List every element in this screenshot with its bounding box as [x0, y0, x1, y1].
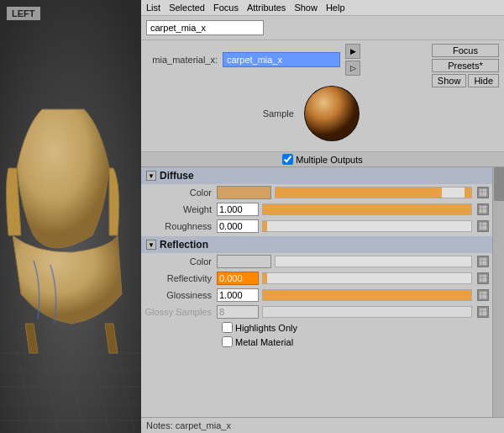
glossiness-row: Glossiness [141, 287, 492, 304]
reflection-color-map-icon[interactable] [477, 256, 489, 267]
diffuse-roughness-row: Roughness [141, 218, 492, 235]
hide-button[interactable]: Hide [468, 74, 499, 87]
svg-rect-31 [479, 308, 487, 316]
glossy-samples-label: Glossy Samples [141, 307, 217, 317]
glossy-samples-slider[interactable] [262, 306, 472, 318]
diffuse-weight-slider[interactable] [262, 203, 472, 215]
metal-material-label[interactable]: Metal Material [222, 336, 293, 347]
reflectivity-label: Reflectivity [141, 273, 217, 283]
diffuse-roughness-label: Roughness [141, 221, 217, 231]
reflectivity-slider[interactable] [262, 272, 472, 284]
diffuse-color-row: Color [141, 184, 492, 201]
diffuse-color-slider[interactable] [275, 187, 472, 198]
material-node-input[interactable] [223, 52, 340, 67]
diffuse-color-label: Color [141, 187, 217, 198]
menu-list[interactable]: List [146, 3, 160, 13]
scrollbar-thumb[interactable] [494, 167, 504, 201]
multiple-outputs-checkbox[interactable] [282, 154, 293, 165]
menu-focus[interactable]: Focus [213, 3, 239, 13]
reflectivity-input[interactable] [217, 272, 259, 285]
reflection-collapse-arrow[interactable]: ▼ [146, 240, 156, 250]
svg-rect-25 [479, 274, 487, 283]
metal-material-checkbox[interactable] [222, 336, 233, 347]
highlights-only-label[interactable]: Highlights Only [222, 322, 297, 333]
menu-show[interactable]: Show [294, 3, 318, 13]
diffuse-collapse-arrow[interactable]: ▼ [146, 171, 156, 181]
name-bar [141, 16, 504, 40]
reflection-title: Reflection [160, 239, 208, 251]
material-header: mia_material_x: ▶ ▷ Sample [141, 40, 504, 151]
sample-area: Sample [146, 79, 425, 148]
metal-material-row: Metal Material [222, 335, 492, 349]
properties-area[interactable]: ▼ Diffuse Color Weight [141, 167, 504, 417]
scrollbar-track[interactable] [492, 167, 504, 417]
multiple-outputs-label[interactable]: Multiple Outputs [282, 154, 362, 165]
notes-bar: Notes: carpet_mia_x [141, 417, 504, 433]
3d-viewport: LEFT [0, 0, 141, 433]
svg-point-12 [305, 87, 359, 140]
glossiness-label: Glossiness [141, 290, 217, 300]
highlights-only-checkbox[interactable] [222, 322, 233, 333]
svg-rect-28 [479, 291, 487, 299]
metal-material-text: Metal Material [235, 337, 293, 347]
reflection-color-row: Color [141, 253, 492, 270]
reflection-color-swatch[interactable] [217, 255, 271, 268]
svg-rect-22 [479, 257, 487, 266]
diffuse-weight-map-icon[interactable] [477, 203, 489, 215]
glossy-samples-input[interactable] [217, 305, 259, 319]
multiple-outputs-text: Multiple Outputs [296, 155, 362, 165]
svg-rect-13 [479, 188, 487, 197]
connect-icon[interactable]: ▶ [345, 44, 360, 59]
notes-value: carpet_mia_x [176, 420, 231, 430]
sample-label: Sample [252, 108, 294, 119]
reflection-color-slider[interactable] [275, 256, 472, 267]
reflection-section: ▼ Reflection Color Reflectivity [141, 236, 504, 349]
glossy-samples-row: Glossy Samples [141, 304, 492, 320]
arrow-icon[interactable]: ▷ [345, 61, 360, 76]
menu-bar: List Selected Focus Attributes Show Help [141, 0, 504, 16]
action-buttons: Focus Presets* Show Hide [432, 44, 499, 87]
svg-rect-16 [479, 205, 487, 214]
glossiness-input[interactable] [217, 288, 259, 302]
focus-button[interactable]: Focus [432, 44, 499, 57]
reflection-header: ▼ Reflection [141, 236, 492, 253]
diffuse-section: ▼ Diffuse Color Weight [141, 167, 504, 235]
diffuse-title: Diffuse [160, 170, 194, 182]
notes-label: Notes: [146, 420, 173, 430]
menu-help[interactable]: Help [326, 3, 345, 13]
svg-rect-19 [479, 222, 487, 230]
material-name-field[interactable] [146, 20, 264, 35]
diffuse-header: ▼ Diffuse [141, 167, 492, 184]
diffuse-weight-row: Weight [141, 201, 492, 218]
diffuse-color-swatch[interactable] [217, 186, 271, 199]
diffuse-color-map-icon[interactable] [477, 187, 489, 198]
highlights-only-row: Highlights Only [222, 320, 492, 335]
menu-attributes[interactable]: Attributes [247, 3, 286, 13]
diffuse-roughness-input[interactable] [217, 219, 259, 233]
material-label-row: mia_material_x: ▶ ▷ [146, 44, 425, 76]
reflection-color-label: Color [141, 256, 217, 267]
right-panel: List Selected Focus Attributes Show Help… [141, 0, 504, 433]
material-sphere [302, 84, 361, 143]
glossiness-map-icon[interactable] [477, 289, 489, 301]
show-button[interactable]: Show [432, 74, 467, 87]
viewport-label: LEFT [7, 7, 40, 20]
diffuse-weight-input[interactable] [217, 203, 259, 216]
reflectivity-map-icon[interactable] [477, 272, 489, 284]
reflectivity-row: Reflectivity [141, 270, 492, 287]
diffuse-roughness-map-icon[interactable] [477, 220, 489, 232]
multiple-outputs-row: Multiple Outputs [141, 151, 504, 167]
material-type-label: mia_material_x: [146, 55, 218, 65]
diffuse-roughness-slider[interactable] [262, 220, 472, 232]
glossiness-slider[interactable] [262, 289, 472, 301]
highlights-only-text: Highlights Only [235, 323, 297, 333]
presets-button[interactable]: Presets* [432, 59, 499, 72]
menu-selected[interactable]: Selected [169, 3, 205, 13]
diffuse-weight-label: Weight [141, 204, 217, 214]
glossy-samples-map-icon[interactable] [477, 306, 489, 318]
